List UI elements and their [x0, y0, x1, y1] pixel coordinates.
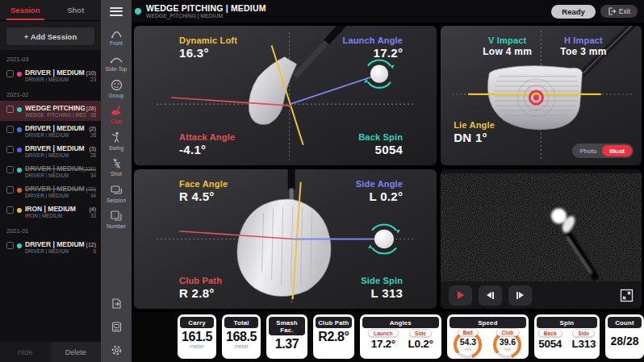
step-back-icon [487, 292, 491, 298]
topbar: WEDGE PITCHING | MEDIUM WEDGE_PITCHING |… [132, 0, 644, 23]
tab-session[interactable]: Session [0, 0, 51, 20]
metric-label: Lie Angle [454, 120, 495, 130]
stat-unit: meter [234, 343, 248, 349]
photo-illust-toggle[interactable]: Photo Illust [572, 144, 634, 158]
session-item-text: DRIVER | MEDIUM(12) DRIVER | MEDIUM6 [25, 240, 96, 254]
session-checkbox[interactable] [6, 206, 14, 214]
session-subtitle: DRIVER | MEDIUM [25, 248, 69, 254]
session-checkbox[interactable] [6, 186, 14, 193]
session-item[interactable]: DRIVER | MEDIUM(12) DRIVER | MEDIUM6 [0, 237, 101, 257]
panel-top-view: Face Angle R 4.5° Side Angle L 0.2° Club… [134, 169, 437, 309]
stats-bar: Carry 161.5 meter Total 168.5 meter Smas… [132, 312, 644, 362]
export-button[interactable] [101, 292, 132, 315]
session-item-hidden[interactable]: DRIVER | MEDIUM(336) DRIVER | MEDIUM34 [0, 161, 101, 181]
session-color-dot [17, 188, 22, 193]
expand-icon [620, 289, 634, 302]
metric-label: Attack Angle [179, 132, 235, 142]
session-item[interactable]: IRON | MEDIUM(4) IRON | MEDIUM33 [0, 202, 101, 222]
metric-value: L 0.2° [356, 189, 403, 203]
session-item-text: DRIVER | MEDIUM(70) DRIVER | MEDIUM34 [25, 185, 96, 198]
session-count: 28 [90, 112, 96, 118]
session-item-text: WEDGE PITCHING |...(28) WEDGE_PITCHING |… [25, 104, 96, 118]
stat-value: R2.8° [318, 330, 349, 344]
page-title: WEDGE PITCHING | MEDIUM [146, 4, 546, 14]
stat-value: 54.3 [460, 338, 476, 347]
rail-item-group[interactable]: Group [101, 75, 132, 102]
metric-v-impact: V Impact Low 4 mm [483, 35, 532, 57]
fullscreen-button[interactable] [620, 289, 634, 302]
stat-side-angle: Side L0.2° [408, 329, 433, 350]
session-item[interactable]: DRIVER | MEDIUM(3) DRIVER | MEDIUM28 [0, 141, 101, 161]
session-checkbox[interactable] [6, 70, 14, 77]
hide-button[interactable]: Hide [0, 342, 51, 362]
session-item[interactable]: DRIVER | MEDIUM(2) DRIVER | MEDIUM28 [0, 121, 101, 141]
delete-button[interactable]: Delete [51, 342, 102, 362]
rail-item-front[interactable]: Front [101, 23, 132, 49]
session-checkbox[interactable] [6, 242, 14, 249]
stat-label: Carry [180, 317, 214, 328]
step-back-button[interactable] [479, 285, 502, 306]
session-color-dot [17, 168, 22, 173]
session-subtitle: WEDGE_PITCHING | MEDIUM [25, 112, 86, 118]
rail-item-session[interactable]: Session [101, 180, 132, 206]
metric-value: 16.3° [179, 46, 237, 60]
metric-label: Side Spin [361, 276, 403, 285]
shot-icon [110, 157, 123, 169]
step-bar [492, 292, 494, 299]
session-checkbox[interactable] [6, 146, 14, 153]
session-checkbox[interactable] [6, 106, 14, 113]
toggle-illust[interactable]: Illust [602, 145, 632, 156]
metric-h-impact: H Impact Toe 3 mm [560, 35, 607, 57]
step-bar [516, 292, 518, 299]
page-subtitle: WEDGE_PITCHING | MEDIUM [146, 13, 546, 19]
rail-label: Session [107, 198, 126, 203]
menu-icon[interactable] [101, 0, 132, 23]
rail-label: Group [109, 93, 124, 98]
metric-side-angle: Side Angle L 0.2° [356, 179, 403, 203]
session-subtitle: DRIVER | MEDIUM [25, 77, 69, 82]
metric-club-path: Club Path R 2.8° [179, 276, 222, 300]
session-title: IRON | MEDIUM [25, 205, 76, 213]
session-checkbox[interactable] [6, 126, 14, 133]
rail-item-swing[interactable]: Swing [101, 127, 132, 154]
session-subtitle: DRIVER | MEDIUM [25, 152, 69, 158]
play-button[interactable] [449, 285, 472, 306]
rail-item-shot[interactable]: Shot [101, 154, 132, 181]
metric-value: R 2.8° [179, 286, 222, 300]
metric-value: -4.1° [179, 143, 235, 156]
metric-label: Dynamic Loft [179, 35, 237, 45]
glossary-icon [111, 321, 123, 333]
session-list[interactable]: 2021-03 DRIVER | MEDIUM(10) DRIVER | MED… [0, 50, 101, 342]
stat-unit: m/s [465, 347, 471, 352]
toggle-photo[interactable]: Photo [574, 146, 602, 156]
rail-item-club[interactable]: Club [101, 102, 132, 128]
rail-item-number[interactable]: Number [101, 206, 132, 233]
exit-button[interactable]: Exit [600, 5, 638, 18]
metric-label: Launch Angle [342, 35, 403, 45]
session-item-text: DRIVER | MEDIUM(336) DRIVER | MEDIUM34 [25, 164, 96, 178]
session-subtitle: DRIVER | MEDIUM [25, 193, 69, 198]
ready-button[interactable]: Ready [551, 5, 596, 19]
tab-shot[interactable]: Shot [51, 0, 102, 20]
rail-item-side-top[interactable]: Side-Top [101, 49, 132, 76]
stat-card-angles: Angles Launch 17.2° Side L0.2° [360, 314, 441, 359]
session-item[interactable]: DRIVER | MEDIUM(10) DRIVER | MEDIUM23 [0, 65, 101, 85]
session-item-selected[interactable]: WEDGE PITCHING |...(28) WEDGE_PITCHING |… [0, 101, 101, 121]
stat-tag: Ball [458, 328, 479, 336]
session-number: (4) [89, 206, 96, 212]
stat-back-spin: Back 5054 [538, 329, 562, 350]
session-item-text: DRIVER | MEDIUM(2) DRIVER | MEDIUM28 [25, 124, 96, 138]
session-item-hidden[interactable]: DRIVER | MEDIUM(70) DRIVER | MEDIUM34 [0, 181, 101, 202]
stat-card-club-path: Club Path R2.8° [313, 314, 354, 359]
step-forward-button[interactable] [508, 285, 532, 306]
glossary-button[interactable] [101, 315, 132, 339]
session-color-dot [17, 72, 22, 77]
session-checkbox[interactable] [6, 166, 14, 173]
exit-icon [608, 7, 616, 15]
metric-label: Side Angle [356, 179, 403, 189]
session-subtitle: DRIVER | MEDIUM [25, 132, 69, 138]
settings-button[interactable] [101, 339, 132, 362]
add-session-button[interactable]: + Add Session [6, 27, 94, 45]
stat-label: Count [608, 317, 642, 328]
video-image [441, 173, 642, 281]
